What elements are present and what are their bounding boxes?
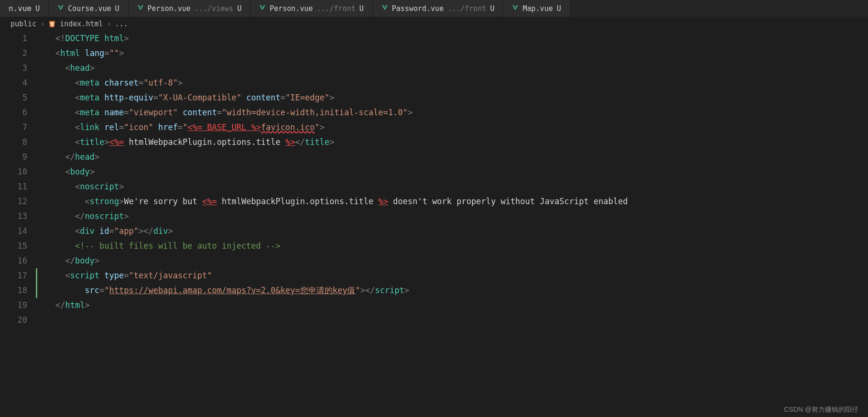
editor-tabs: n.vue U Course.vue U Person.vue .../view…: [0, 0, 868, 17]
tab-map[interactable]: Map.vue U: [503, 0, 570, 17]
tab-label: n.vue: [9, 4, 32, 13]
html-file-icon: [48, 20, 56, 28]
vue-icon: [57, 4, 64, 13]
tab-label: Person.vue: [148, 4, 191, 13]
tab-sublabel: .../views: [195, 4, 233, 13]
tab-label: Person.vue: [270, 4, 313, 13]
tab-password[interactable]: Password.vue .../front U: [373, 0, 504, 17]
breadcrumb-seg: public: [11, 20, 36, 28]
vue-icon: [259, 4, 266, 13]
modified-indicator: U: [35, 4, 40, 13]
line-gutter: 1234567891011121314151617181920: [0, 31, 36, 328]
chevron-right-icon: ›: [107, 20, 111, 28]
tab-course[interactable]: Course.vue U: [49, 0, 128, 17]
breadcrumb-seg: index.html: [60, 20, 103, 28]
tab-nvue[interactable]: n.vue U: [0, 0, 49, 17]
tab-label: Course.vue: [68, 4, 111, 13]
code-content[interactable]: <!DOCTYPE html> <html lang=""> <head> <m…: [36, 31, 868, 328]
tab-label: Map.vue: [522, 4, 553, 13]
tab-sublabel: .../front: [316, 4, 355, 13]
tab-label: Password.vue: [392, 4, 444, 13]
modified-indicator: U: [237, 4, 241, 13]
modified-indicator: U: [115, 4, 119, 13]
git-change-indicator: [36, 268, 37, 298]
vue-icon: [381, 4, 388, 13]
tab-person-front[interactable]: Person.vue .../front U: [250, 0, 373, 17]
breadcrumb[interactable]: public › index.html › ...: [0, 17, 868, 31]
vue-icon: [512, 4, 519, 13]
chevron-right-icon: ›: [40, 20, 44, 28]
code-editor[interactable]: 1234567891011121314151617181920 <!DOCTYP…: [0, 31, 868, 328]
modified-indicator: U: [490, 4, 494, 13]
tab-person-views[interactable]: Person.vue .../views U: [129, 0, 251, 17]
watermark: CSDN @努力赚钱的阳仔: [784, 406, 858, 414]
modified-indicator: U: [557, 4, 561, 13]
tab-sublabel: .../front: [447, 4, 486, 13]
vue-icon: [137, 4, 144, 13]
modified-indicator: U: [359, 4, 364, 13]
breadcrumb-seg: ...: [115, 20, 128, 28]
